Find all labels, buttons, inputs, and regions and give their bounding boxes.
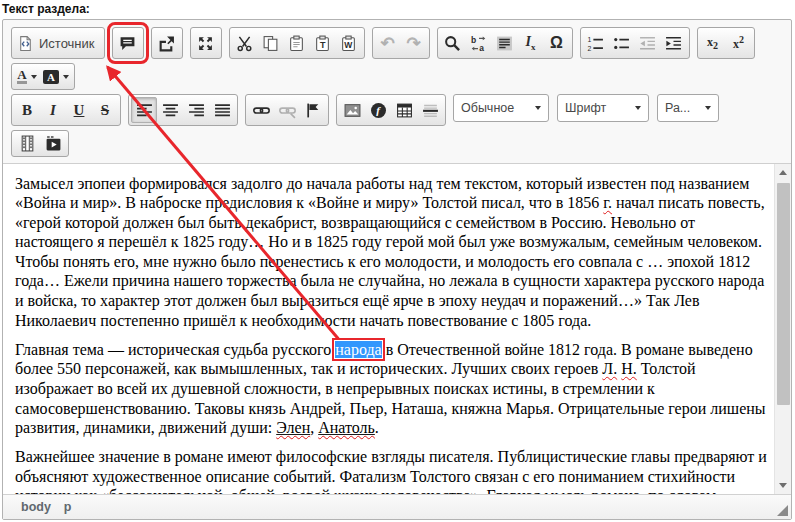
toolgroup-cut: TW xyxy=(229,27,365,59)
path-item-p[interactable]: p xyxy=(64,500,72,514)
size-dropdown-label: Ра... xyxy=(665,101,690,115)
toolgroup-maximize xyxy=(190,27,222,59)
remove-format-button[interactable]: Ix xyxy=(518,30,544,56)
bold-button[interactable]: B xyxy=(14,97,40,123)
copy-icon xyxy=(262,35,279,52)
select-all-icon xyxy=(496,35,513,52)
svg-text:a: a xyxy=(479,42,484,51)
film-button[interactable] xyxy=(14,131,40,157)
toolgroup-align-left xyxy=(128,94,238,126)
font-dropdown[interactable]: Шрифт xyxy=(557,94,649,122)
export-icon xyxy=(158,35,175,52)
toolgroup-subscript: x2x2 xyxy=(697,27,755,59)
italic-icon: I xyxy=(50,102,56,119)
bg-color-button[interactable]: A xyxy=(40,64,72,90)
maximize-button[interactable] xyxy=(193,30,219,56)
image-button[interactable] xyxy=(339,97,365,123)
svg-text:W: W xyxy=(344,40,353,50)
paste-word-button[interactable]: W xyxy=(336,30,362,56)
toolgroup-source: Источник xyxy=(11,27,105,59)
comment-icon xyxy=(119,35,136,52)
toolbar-row: AA xyxy=(11,63,783,90)
outdent-button[interactable] xyxy=(635,30,661,56)
align-justify-button[interactable] xyxy=(209,97,235,123)
export-button[interactable] xyxy=(154,30,180,56)
text-run: Важнейшее значение в романе имеют филосо… xyxy=(15,448,767,494)
numbered-list-icon: 12 xyxy=(587,35,604,52)
horizontal-rule-icon xyxy=(422,102,439,119)
paste-text-button[interactable]: T xyxy=(310,30,336,56)
select-all-button[interactable] xyxy=(492,30,518,56)
numbered-list-button[interactable]: 12 xyxy=(583,30,609,56)
scrollbar-thumb[interactable] xyxy=(777,183,790,405)
chevron-down-icon xyxy=(535,106,541,110)
editor-toolbar: ИсточникTW↶↷baIxΩ12x2x2AABIUSfОбычноеШри… xyxy=(3,20,791,164)
bulleted-list-icon xyxy=(613,35,630,52)
rich-text-editor: ИсточникTW↶↷baIxΩ12x2x2AABIUSfОбычноеШри… xyxy=(2,19,792,520)
paste-icon xyxy=(288,35,305,52)
underlined-word: Элен xyxy=(276,419,310,436)
align-right-button[interactable] xyxy=(183,97,209,123)
resize-grip[interactable] xyxy=(777,505,788,516)
flash-button[interactable]: f xyxy=(365,97,391,123)
italic-button[interactable]: I xyxy=(40,97,66,123)
table-button[interactable] xyxy=(391,97,417,123)
text-run: . xyxy=(375,419,379,436)
chevron-down-icon xyxy=(705,106,711,110)
horizontal-rule-button[interactable] xyxy=(417,97,443,123)
indent-icon xyxy=(665,35,682,52)
video-button[interactable] xyxy=(40,131,66,157)
strike-button[interactable]: S xyxy=(92,97,118,123)
toolbar-row: ИсточникTW↶↷baIxΩ12x2x2 xyxy=(11,27,783,59)
redo-button[interactable]: ↷ xyxy=(401,30,427,56)
flash-icon: f xyxy=(371,103,386,118)
toolgroup-link xyxy=(245,94,329,126)
superscript-icon: x2 xyxy=(733,34,744,52)
superscript-button[interactable]: x2 xyxy=(726,30,752,56)
align-left-button[interactable] xyxy=(131,97,157,123)
link-icon xyxy=(253,102,270,119)
unlink-button[interactable] xyxy=(274,97,300,123)
format-dropdown[interactable]: Обычное xyxy=(453,94,549,122)
underline-button[interactable]: U xyxy=(66,97,92,123)
bulleted-list-button[interactable] xyxy=(609,30,635,56)
spellcheck-word: Н. xyxy=(621,360,637,377)
align-center-button[interactable] xyxy=(157,97,183,123)
size-dropdown[interactable]: Ра... xyxy=(657,94,719,122)
image-icon xyxy=(344,102,361,119)
table-icon xyxy=(396,102,413,119)
subscript-button[interactable]: x2 xyxy=(700,30,726,56)
source-button[interactable]: Источник xyxy=(14,30,102,56)
cut-button[interactable] xyxy=(232,30,258,56)
find-button[interactable] xyxy=(440,30,466,56)
unlink-icon xyxy=(279,102,296,119)
indent-button[interactable] xyxy=(661,30,687,56)
replace-button[interactable]: ba xyxy=(466,30,492,56)
format-dropdown-label: Обычное xyxy=(461,101,514,115)
scroll-up-button[interactable] xyxy=(775,164,791,181)
cut-icon xyxy=(236,35,253,52)
toolgroup-image: f xyxy=(336,94,446,126)
toolgroup-export xyxy=(151,27,183,59)
path-item-body[interactable]: body xyxy=(21,500,51,514)
paragraph: Замысел эпопеи формировался задолго до н… xyxy=(15,174,770,331)
outdent-icon xyxy=(639,35,656,52)
text-color-button[interactable]: A xyxy=(14,64,40,90)
redo-icon: ↷ xyxy=(406,35,420,52)
special-char-button[interactable]: Ω xyxy=(544,30,570,56)
comment-button[interactable] xyxy=(115,30,141,56)
find-icon xyxy=(444,35,461,52)
bg-color-icon: A xyxy=(43,70,69,84)
element-path-bar: bodyp xyxy=(3,494,791,519)
link-button[interactable] xyxy=(248,97,274,123)
copy-button[interactable] xyxy=(258,30,284,56)
svg-text:1: 1 xyxy=(588,36,592,43)
scroll-down-button[interactable] xyxy=(775,477,791,494)
selected-word: народа xyxy=(335,341,381,358)
paste-button[interactable] xyxy=(284,30,310,56)
editor-content-area[interactable]: Замысел эпопеи формировался задолго до н… xyxy=(3,164,791,494)
spellcheck-word: Анатоль xyxy=(318,419,375,436)
document-text[interactable]: Замысел эпопеи формировался задолго до н… xyxy=(3,164,774,494)
undo-button[interactable]: ↶ xyxy=(375,30,401,56)
anchor-button[interactable] xyxy=(300,97,326,123)
